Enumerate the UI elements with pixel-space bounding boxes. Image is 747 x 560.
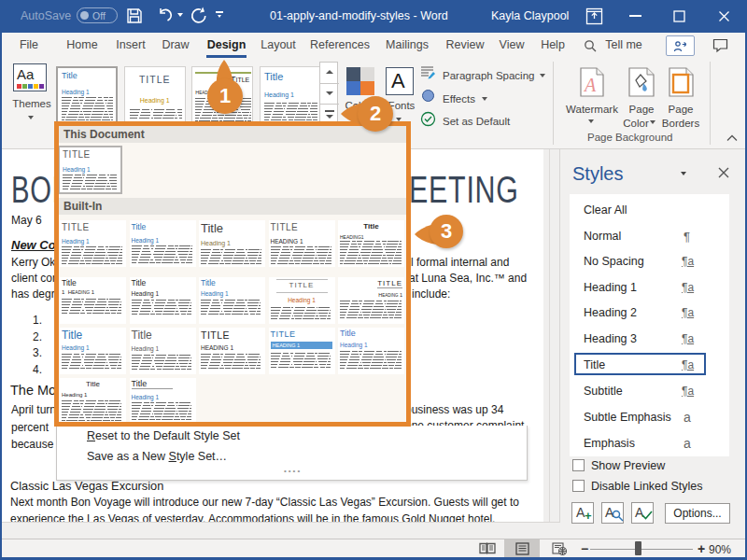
svg-text:A: A bbox=[583, 75, 597, 95]
